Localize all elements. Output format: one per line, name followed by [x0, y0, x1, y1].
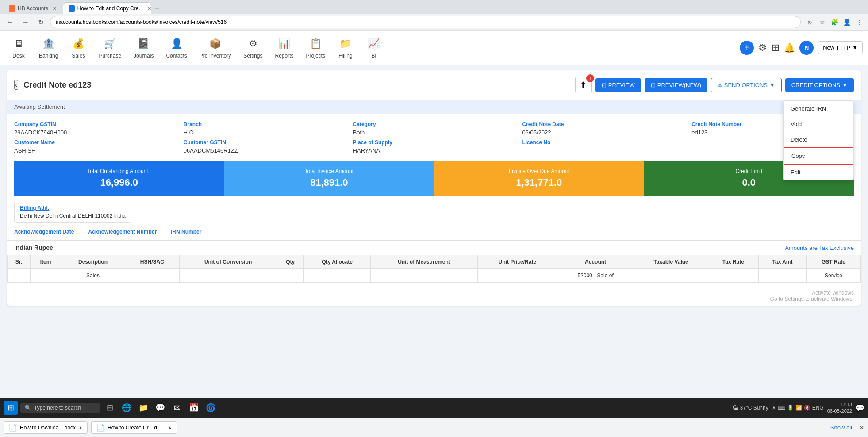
dropdown-item-delete[interactable]: Delete [784, 132, 853, 147]
bottom-file-2[interactable]: 📄 How to Create Cr....docx ▲ [91, 421, 177, 434]
billing-address: Delhi New Delhi Central DELHI 110002 Ind… [20, 213, 126, 219]
new-tab-button[interactable]: + [152, 3, 162, 14]
tab-hb-accounts[interactable]: HB Accounts ✕ [4, 3, 62, 14]
volume-icon: 🔇 [804, 405, 810, 411]
tab-close-edit[interactable]: ✕ [147, 6, 151, 12]
chrome-icon[interactable]: 🌀 [204, 401, 218, 415]
preview-text: PREVIEW [608, 82, 635, 88]
outstanding-value: 16,996.0 [21, 177, 217, 188]
delete-label: Delete [791, 136, 807, 143]
nav-item-sales[interactable]: 💰 Sales [65, 33, 92, 62]
nav-item-filling[interactable]: 📁 Filling [332, 33, 359, 62]
nav-item-banking[interactable]: 🏦 Banking [34, 33, 63, 62]
tab-label-hb: HB Accounts [18, 5, 48, 12]
billing-title[interactable]: Billing Add. [20, 205, 126, 211]
weather-text: 37°C Sunny [740, 405, 768, 411]
licence-no-field: Licence No [522, 139, 684, 154]
nav-item-reports[interactable]: 📊 Reports [270, 33, 299, 62]
nav-item-contacts[interactable]: 👤 Contacts [161, 33, 192, 62]
settings-icon: ⚙ [246, 37, 260, 51]
up-arrow-icon[interactable]: ∧ [772, 405, 776, 411]
nav-items: 🖥 Desk 🏦 Banking 💰 Sales 🛒 Purchase 📓 Jo… [5, 33, 387, 62]
extension-icon[interactable]: 🧩 [829, 17, 840, 27]
gear-icon[interactable]: ⚙ [758, 42, 767, 54]
nav-item-desk[interactable]: 🖥 Desk [5, 33, 32, 62]
clock-date: 06-05-2022 [827, 408, 852, 414]
new-ttp-button[interactable]: New TTTP ▼ [818, 41, 863, 54]
address-input[interactable] [50, 16, 801, 28]
credit-options-button[interactable]: CREDIT OPTIONS ▼ [785, 78, 854, 92]
dropdown-item-generate-irn[interactable]: Generate IRN [784, 101, 853, 116]
cell-account: 52000 - Sale of [557, 269, 634, 283]
nav-item-journals[interactable]: 📓 Journals [128, 33, 159, 62]
dropdown-item-void[interactable]: Void [784, 116, 853, 132]
nav-item-projects[interactable]: 📋 Projects [301, 33, 330, 62]
app-container: 🖥 Desk 🏦 Banking 💰 Sales 🛒 Purchase 📓 Jo… [0, 31, 868, 437]
back-button[interactable]: ← [4, 17, 16, 27]
invoice-amount-card: Total Invoice Amount 81,891.0 [224, 161, 434, 196]
reload-button[interactable]: ↻ [35, 17, 46, 27]
upload-button[interactable]: ⬆ 1 [575, 77, 592, 93]
col-hsn-sac: HSN/SAC [125, 255, 179, 269]
file-explorer-icon[interactable]: 📁 [136, 401, 150, 415]
back-button[interactable]: ‹ [14, 80, 18, 90]
file1-name: How to Downloa....docx [20, 425, 76, 431]
nav-item-bi[interactable]: 📈 BI [361, 33, 387, 62]
file2-name: How to Create Cr....docx [108, 425, 165, 431]
ack-date-label: Acknowledgement Date [14, 229, 74, 235]
credit-note-date-value: 06/05/2022 [522, 129, 684, 136]
teams-icon[interactable]: 💬 [153, 401, 167, 415]
grid-icon[interactable]: ⊞ [772, 42, 780, 54]
edge-icon[interactable]: 🌐 [119, 401, 134, 415]
tab-favicon-hb [9, 5, 15, 12]
nav-item-settings[interactable]: ⚙ Settings [238, 33, 268, 62]
bi-icon: 📈 [367, 37, 381, 51]
send-options-button[interactable]: ✉ SEND OPTIONS ▼ [711, 78, 782, 92]
desk-icon: 🖥 [12, 37, 26, 51]
col-tax-amt: Tax Amt [758, 255, 806, 269]
col-qty-allocate: Qty Allocate [303, 255, 370, 269]
cell-sr [8, 269, 31, 283]
search-placeholder: Type here to search [34, 405, 81, 411]
send-chevron-icon: ▼ [769, 82, 775, 88]
preview-new-button[interactable]: ⊡ PREVIEW(NEW) [645, 78, 707, 92]
notification-button[interactable]: 💬 [856, 404, 864, 412]
nav-item-purchase[interactable]: 🛒 Purchase [93, 33, 127, 62]
forward-button[interactable]: → [19, 17, 32, 27]
card-header: ‹ Credit Note ed123 ⬆ 1 ⊡ PREVIEW ⊡ PREV… [7, 70, 861, 100]
avatar[interactable]: N [799, 41, 814, 55]
show-all-link[interactable]: Show all [830, 424, 852, 431]
mail-icon[interactable]: ✉ [170, 401, 184, 415]
profile-icon[interactable]: 👤 [841, 17, 852, 27]
cell-description: Sales [61, 269, 125, 283]
dropdown-item-edit[interactable]: Edit [784, 165, 853, 180]
irn-label: IRN Number [171, 229, 201, 235]
nav-item-pro-inventory[interactable]: 📦 Pro Inventory [194, 33, 236, 62]
activate-windows-notice: Activate WindowsGo to Settings to activa… [7, 286, 861, 306]
new-ttp-label: New TTTP [823, 44, 850, 51]
category-field: Category Both [353, 121, 515, 136]
calendar-icon[interactable]: 📅 [187, 401, 201, 415]
start-button[interactable]: ⊞ [4, 401, 18, 415]
bell-icon[interactable]: 🔔 [784, 42, 795, 53]
close-bottom-bar-button[interactable]: ✕ [859, 424, 864, 431]
file2-arrow: ▲ [168, 425, 172, 430]
tab-close-hb[interactable]: ✕ [53, 6, 57, 12]
add-button[interactable]: + [740, 41, 754, 55]
search-bar[interactable]: 🔍 Type here to search [20, 403, 100, 413]
nav-label-filling: Filling [338, 53, 352, 59]
credit-options-dropdown: Generate IRN Void Delete Copy Edit [783, 100, 854, 180]
tab-how-to-edit[interactable]: How to Edit and Copy Cre... ✕ [63, 2, 151, 14]
company-gstin-value: 29AADCK7940H000 [14, 129, 177, 136]
bottom-file-1[interactable]: 📄 How to Downloa....docx ▲ [4, 421, 88, 434]
more-options-icon[interactable]: ⋮ [854, 17, 864, 27]
task-view-icon[interactable]: ⊟ [103, 401, 117, 415]
dropdown-item-copy[interactable]: Copy [784, 147, 853, 165]
top-nav: 🖥 Desk 🏦 Banking 💰 Sales 🛒 Purchase 📓 Jo… [0, 31, 868, 65]
star-icon[interactable]: ☆ [817, 17, 827, 27]
journals-icon: 📓 [137, 37, 151, 51]
cell-unit-meas [371, 269, 477, 283]
preview-button[interactable]: ⊡ PREVIEW [595, 78, 641, 92]
share-icon[interactable]: ⎋ [804, 17, 815, 27]
customer-name-field: Customer Name ASHISH [14, 139, 177, 154]
